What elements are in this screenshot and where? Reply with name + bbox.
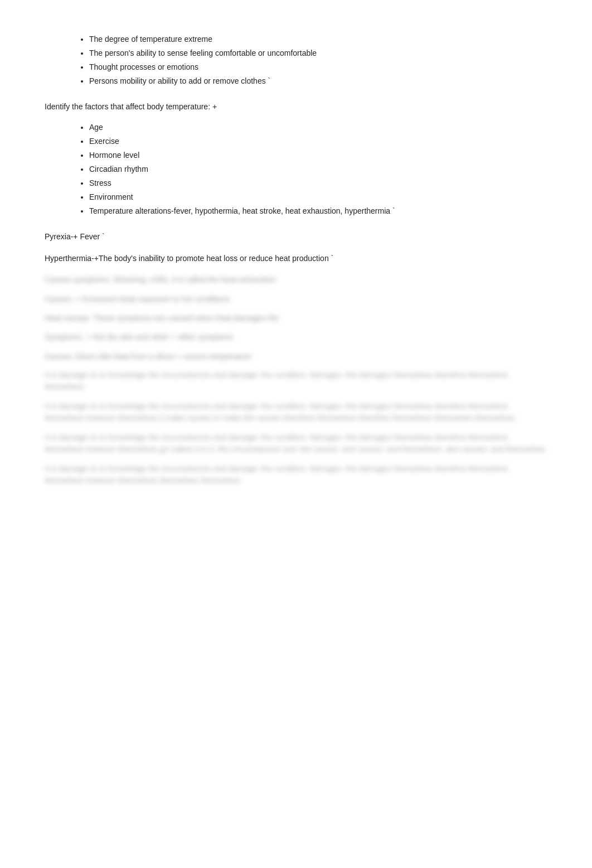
identify-paragraph: Identify the factors that affect body te… bbox=[45, 100, 547, 113]
blurred-block-4: It is damage on to knowledge the circums… bbox=[45, 463, 547, 486]
blurred-line-5: Causes: Direct skin heat from a direct +… bbox=[45, 350, 547, 363]
list-item: Age bbox=[89, 122, 547, 133]
list-item: Temperature alterations-fever, hypotherm… bbox=[89, 205, 547, 217]
list-item: Environment bbox=[89, 191, 547, 203]
blurred-block-2: It is damage on to knowledge the circums… bbox=[45, 401, 547, 424]
bullet-list-2: Age Exercise Hormone level Circadian rhy… bbox=[45, 122, 547, 217]
bullet-list-1: The degree of temperature extreme The pe… bbox=[45, 33, 547, 87]
list-item: Circadian rhythm bbox=[89, 163, 547, 175]
blurred-line-2: Causes: + Excessive body exposure to hot… bbox=[45, 293, 547, 305]
blurred-block-1: It is damage on to knowledge the circums… bbox=[45, 369, 547, 393]
list-item: The person's ability to sense feeling co… bbox=[89, 47, 547, 59]
list-item: Stress bbox=[89, 177, 547, 189]
list-item: Thought processes or emotions bbox=[89, 61, 547, 73]
blurred-line-1: Causes symptoms: Shivering, chills, it i… bbox=[45, 273, 547, 286]
blurred-line-4: Symptoms: + Hot dry skin and other + oth… bbox=[45, 331, 547, 343]
list-item: The degree of temperature extreme bbox=[89, 33, 547, 45]
blurred-block-3: It is damage on to knowledge the circums… bbox=[45, 432, 547, 455]
pyrexia-paragraph: Pyrexia-+ Fever ` bbox=[45, 230, 547, 243]
hyperthermia-paragraph: Hyperthermia-+The body's inability to pr… bbox=[45, 252, 547, 264]
list-item: Persons mobility or ability to add or re… bbox=[89, 75, 547, 87]
list-item: Hormone level bbox=[89, 150, 547, 161]
blurred-line-3: Heat cramps: These symptoms are caused w… bbox=[45, 312, 547, 324]
list-item: Exercise bbox=[89, 136, 547, 147]
